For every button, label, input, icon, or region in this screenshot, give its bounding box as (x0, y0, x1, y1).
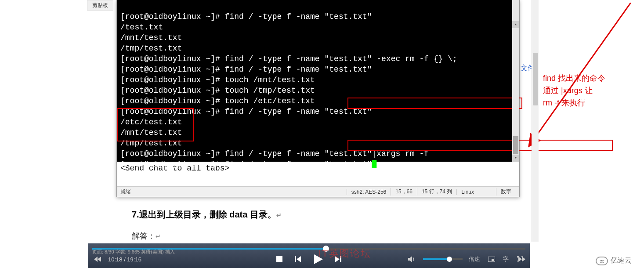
terminal-line: [root@oldboylinux ~]# find / -type f -na… (120, 54, 457, 63)
svg-marker-5 (297, 256, 301, 262)
document-answer-label: 解答：↵ (132, 231, 161, 241)
paragraph-marker-icon: ↵ (276, 212, 282, 219)
pip-icon[interactable] (486, 254, 497, 264)
status-numlock: 数字 (496, 188, 516, 196)
scroll-thumb[interactable] (533, 53, 538, 105)
footer-info: 页面: 8/30 字数: 9,665 英语(美国) 插入 (92, 249, 175, 255)
terminal-window: [root@oldboylinux ~]# find / -type f -na… (116, 0, 520, 197)
status-bar: 就绪 ssh2: AES-256 15，66 15 行，74 列 Linux 数… (117, 186, 519, 197)
brand-watermark: 云 亿速云 (596, 256, 632, 265)
document-heading: 7.退出到上级目录，删除 data 目录。↵ (132, 209, 282, 221)
volume-fill (423, 258, 447, 260)
answer-text: 解答： (132, 232, 156, 240)
terminal-output[interactable]: [root@oldboylinux ~]# find / -type f -na… (117, 0, 519, 162)
cursor: █ (372, 160, 377, 169)
terminal-line: /mnt/test.txt (120, 128, 182, 137)
paragraph-marker-icon: ↵ (156, 233, 161, 240)
previous-button[interactable] (293, 254, 303, 264)
svg-marker-10 (408, 256, 412, 262)
volume-handle[interactable] (447, 257, 452, 262)
status-dimensions: 15 行，74 列 (417, 188, 456, 196)
annotation-line: find 找出来的命令 (543, 72, 605, 84)
status-position: 15，66 (391, 188, 417, 196)
watermark-text: 亿速云 (611, 256, 632, 265)
terminal-line: [root@oldboylinux ~]# find / -type f -na… (120, 12, 372, 21)
volume-slider[interactable] (423, 258, 463, 260)
status-ssh: ssh2: AES-256 (347, 189, 391, 195)
terminal-scrollbar[interactable]: ▴ ▾ (512, 0, 519, 162)
terminal-line: [root@oldboylinux ~]# find / -type f -na… (120, 149, 429, 158)
terminal-line: [root@oldboylinux ~]# touch /mnt/test.tx… (120, 76, 315, 84)
svg-marker-3 (98, 257, 101, 262)
svg-marker-2 (94, 257, 98, 262)
highlight-box (347, 98, 522, 109)
stop-button[interactable] (274, 254, 285, 264)
clipboard-panel-label: 剪贴板 (87, 0, 113, 11)
scroll-up-icon[interactable]: ▴ (512, 21, 519, 28)
svg-rect-4 (276, 256, 282, 262)
terminal-line: /tmp/test.txt (120, 44, 182, 53)
caption-button[interactable]: 字 (503, 255, 509, 263)
document-scrollbar[interactable] (532, 0, 539, 242)
scroll-thumb[interactable] (513, 136, 518, 154)
volume-icon[interactable] (406, 254, 417, 264)
heading-text: 7.退出到上级目录，删除 data 目录。 (132, 210, 276, 219)
svg-rect-12 (492, 259, 494, 261)
scroll-down-icon[interactable]: ▾ (512, 155, 519, 162)
annotation-line: rm -f 来执行 (543, 97, 605, 109)
terminal-line: [root@oldboylinux ~]# find / -type f -na… (120, 160, 372, 169)
svg-marker-14 (522, 257, 525, 262)
svg-marker-13 (518, 257, 522, 262)
overlay-watermark: IT英图论坛 (318, 247, 371, 260)
svg-line-1 (534, 3, 631, 139)
video-player-bar: 页面: 8/30 字数: 9,665 英语(美国) 插入 10:18 / 19:… (88, 243, 530, 268)
seek-back-icon[interactable] (92, 254, 103, 264)
annotation-text: find 找出来的命令 通过 |xargs 让 rm -f 来执行 (543, 72, 605, 109)
terminal-line: [root@oldboylinux ~]# find / -type f -na… (120, 65, 372, 74)
terminal-line: /tmp/test.txt (120, 139, 182, 148)
video-time: 10:18 / 19:16 (108, 256, 141, 263)
cloud-icon: 云 (596, 257, 608, 265)
speed-button[interactable]: 倍速 (469, 255, 480, 263)
terminal-line: [root@oldboylinux ~]# touch /tmp/test.tx… (120, 86, 315, 95)
terminal-line: /etc/test.txt (120, 118, 182, 127)
terminal-line: [root@oldboylinux ~]# touch /etc/test.tx… (120, 97, 315, 105)
terminal-line: /mnt/test.txt (120, 33, 182, 42)
status-os: Linux (456, 189, 478, 195)
seek-forward-icon[interactable] (517, 254, 527, 264)
terminal-line: /test.txt (120, 23, 163, 32)
svg-rect-6 (295, 256, 296, 262)
terminal-line: [root@oldboylinux ~]# find / -type f -na… (120, 107, 372, 116)
annotation-line: 通过 |xargs 让 (543, 84, 605, 97)
